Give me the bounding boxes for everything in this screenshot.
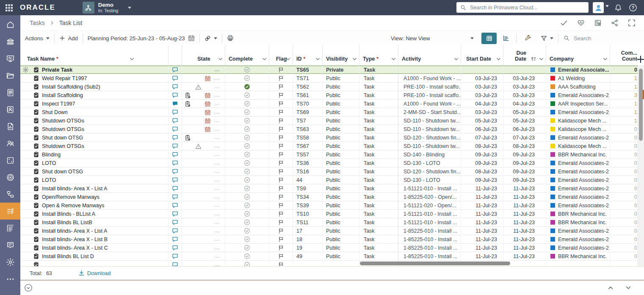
sidebar-item-projects[interactable] (0, 67, 20, 84)
complete-cell[interactable] (225, 244, 269, 252)
more-ellipsis[interactable]: ... (214, 151, 220, 157)
table-row[interactable]: Install blinds- Area X - List A ... 17 P… (20, 227, 644, 235)
task-name-cell[interactable]: Install blinds- Area X - List A (20, 227, 169, 235)
type-cell[interactable]: Task (359, 142, 398, 150)
complete-cell[interactable] (225, 176, 269, 184)
complete-cell[interactable] (225, 117, 269, 125)
sort-ascending-icon[interactable] (531, 56, 536, 62)
comment-icon[interactable] (172, 151, 178, 158)
task-name-cell[interactable]: Install Scaffolding (Sub2) (20, 83, 169, 91)
due-date-cell[interactable]: 05-Jul-23 (503, 108, 546, 116)
complete-unchecked-icon[interactable] (244, 126, 250, 132)
due-date-cell[interactable]: 11-Jul-23 (503, 184, 546, 192)
state-cell[interactable]: ... (182, 100, 225, 108)
id-cell[interactable]: TS11 (293, 218, 323, 226)
visibility-cell[interactable]: Public (323, 134, 359, 142)
complete-unchecked-icon[interactable] (244, 185, 250, 192)
complete-cell[interactable] (225, 83, 269, 91)
activity-cell[interactable]: PRE-100 - Install scaffo... (398, 83, 461, 91)
comment-cell[interactable] (169, 244, 182, 252)
type-cell[interactable]: Task (359, 91, 398, 99)
flag-icon[interactable] (278, 253, 284, 259)
complete-cell[interactable] (225, 74, 269, 82)
table-row[interactable]: Shutdown OTSGs ... TS7 Public Task SD-11… (20, 117, 644, 125)
table-row[interactable]: Shut down OTSG ... TS16 Public Task SD-1… (20, 167, 644, 176)
table-row[interactable]: Shut Down ... TS69 Public Task 2-MM-SD -… (20, 108, 644, 117)
task-name-cell[interactable]: Install blinds- Area X - List C (20, 244, 169, 252)
type-cell[interactable]: Task (359, 184, 398, 192)
complete-cell[interactable] (225, 159, 269, 167)
visibility-cell[interactable]: Public (323, 117, 359, 125)
visibility-cell[interactable]: Public (323, 201, 359, 209)
more-ellipsis[interactable]: ... (214, 117, 220, 123)
activity-cell[interactable]: SD-120 - Shutdown fin... (398, 134, 461, 142)
chevron-down-icon[interactable] (605, 5, 609, 7)
comment-cell[interactable] (169, 210, 182, 218)
flag-icon[interactable] (278, 152, 284, 158)
sidebar-item-resources[interactable] (0, 135, 20, 152)
state-cell[interactable]: ... (182, 184, 225, 192)
id-cell[interactable]: TS34 (293, 193, 323, 201)
state-cell[interactable]: ... (182, 74, 225, 82)
due-date-cell[interactable]: 03-Jul-23 (503, 91, 546, 99)
type-cell[interactable]: Task (359, 117, 398, 125)
flag-cell[interactable] (269, 134, 293, 142)
type-cell[interactable]: Task (359, 193, 398, 201)
due-date-cell[interactable]: 09-Jul-23 (503, 167, 546, 175)
comment-cell[interactable] (169, 108, 182, 116)
chevron-down-icon[interactable] (539, 57, 544, 61)
complete-unchecked-icon[interactable] (244, 100, 250, 107)
due-date-cell[interactable]: 11-Jul-23 (503, 201, 546, 209)
more-ellipsis[interactable]: ... (214, 67, 220, 72)
visibility-cell[interactable]: Public (323, 91, 359, 99)
chevron-down-icon[interactable] (391, 57, 396, 61)
comment-icon[interactable] (172, 160, 178, 166)
comment-icon[interactable] (172, 67, 178, 73)
state-cell[interactable]: ... (182, 218, 225, 226)
state-cell[interactable]: ... (182, 125, 225, 133)
due-date-cell[interactable]: 09-Jul-23 (503, 150, 546, 159)
visibility-cell[interactable]: Public (323, 176, 359, 184)
activity-cell[interactable]: 1-51121-010 - Install ... (398, 210, 461, 218)
col-header-start-date[interactable]: Start Date (461, 45, 503, 65)
comment-cell[interactable] (169, 252, 182, 260)
visibility-cell[interactable]: Public (323, 100, 359, 108)
complete-unchecked-icon[interactable] (244, 228, 250, 234)
table-row[interactable]: Open & Remove Manways ... TS39 Public Ta… (20, 201, 644, 210)
flag-icon[interactable] (278, 211, 284, 217)
task-name-cell[interactable]: LOTO (20, 159, 169, 167)
comment-icon[interactable] (172, 253, 178, 259)
complete-unchecked-icon[interactable] (244, 160, 250, 166)
due-date-cell[interactable]: 11-Jul-23 (503, 210, 546, 218)
complete-unchecked-icon[interactable] (244, 151, 250, 158)
task-name-cell[interactable]: Weld Repair T1997 (20, 74, 169, 82)
company-cell[interactable]: Emerald Associates-2 (546, 244, 610, 252)
table-row[interactable]: Install Blinds - BLList A ... TS10 Publi… (20, 210, 644, 218)
fullscreen-icon[interactable] (628, 19, 636, 27)
table-search[interactable] (558, 35, 641, 42)
more-ellipsis[interactable]: ... (214, 143, 220, 149)
flag-icon[interactable] (278, 84, 284, 90)
chevron-down-icon[interactable] (130, 57, 134, 61)
state-cell[interactable]: ... (182, 227, 225, 235)
start-date-cell[interactable]: 09-Jul-23 (461, 159, 503, 167)
type-cell[interactable]: Task (359, 134, 398, 142)
id-cell[interactable]: TS62 (293, 83, 323, 91)
expand-panel-icon[interactable] (24, 284, 33, 292)
company-cell[interactable]: BBR Mechanical Inc. (546, 210, 610, 218)
type-cell[interactable]: Task (359, 244, 398, 252)
id-cell[interactable]: TS69 (293, 108, 323, 116)
sidebar-item-dashboards[interactable] (0, 50, 20, 67)
activity-cell[interactable]: 1-85225-020 - Open/... (398, 193, 461, 201)
company-cell[interactable]: AAA Scaffolding (546, 83, 610, 91)
more-ellipsis[interactable]: ... (214, 202, 220, 208)
more-ellipsis[interactable]: ... (214, 92, 220, 98)
start-date-cell[interactable]: 11-Jul-23 (461, 235, 503, 243)
comment-cell[interactable] (169, 235, 182, 243)
table-row[interactable]: Install blinds- Area X - List C ... 19 P… (20, 244, 644, 252)
flag-cell[interactable] (269, 117, 293, 125)
complete-unchecked-icon[interactable] (244, 168, 250, 175)
download-button[interactable]: Download (78, 270, 111, 276)
visibility-cell[interactable]: Public (323, 227, 359, 235)
add-column-icon[interactable] (636, 55, 644, 64)
